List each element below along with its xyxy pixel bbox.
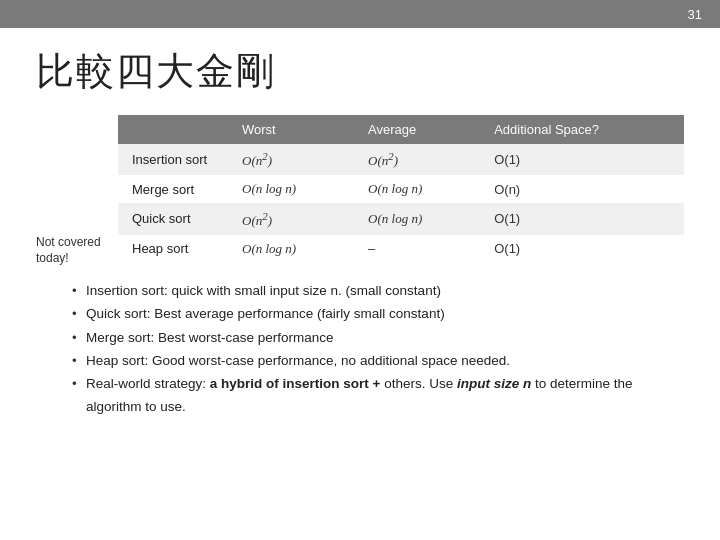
table-wrapper: Not covered today! Worst Average Additio… bbox=[36, 115, 684, 266]
list-item: Real-world strategy: a hybrid of inserti… bbox=[72, 373, 684, 418]
bullet-section: Insertion sort: quick with small input s… bbox=[36, 280, 684, 418]
list-item: Merge sort: Best worst-case performance bbox=[72, 327, 684, 349]
row-space-heap: O(1) bbox=[480, 235, 684, 263]
table-row: Insertion sort O(n2) O(n2) O(1) bbox=[118, 144, 684, 175]
list-item: Heap sort: Good worst-case performance, … bbox=[72, 350, 684, 372]
slide-title: 比較四大金剛 bbox=[36, 46, 684, 97]
list-item: Quick sort: Best average performance (fa… bbox=[72, 303, 684, 325]
slide-number: 31 bbox=[688, 7, 702, 22]
content-area: 比較四大金剛 Not covered today! Worst Average … bbox=[0, 28, 720, 429]
row-avg-merge: O(n log n) bbox=[354, 175, 480, 203]
row-name-quick: Quick sort bbox=[118, 203, 228, 234]
row-worst-heap: O(n log n) bbox=[228, 235, 354, 263]
col-header-space: Additional Space? bbox=[480, 115, 684, 144]
not-covered-label: Not covered today! bbox=[36, 115, 108, 266]
row-avg-insertion: O(n2) bbox=[354, 144, 480, 175]
col-header-worst: Worst bbox=[228, 115, 354, 144]
row-avg-heap: – bbox=[354, 235, 480, 263]
header-bar: 31 bbox=[0, 0, 720, 28]
table-row: Quick sort O(n2) O(n log n) O(1) bbox=[118, 203, 684, 234]
comparison-table: Worst Average Additional Space? Insertio… bbox=[118, 115, 684, 263]
list-item: Insertion sort: quick with small input s… bbox=[72, 280, 684, 302]
slide: 31 比較四大金剛 Not covered today! Worst Avera… bbox=[0, 0, 720, 540]
table-header-row: Worst Average Additional Space? bbox=[118, 115, 684, 144]
row-space-insertion: O(1) bbox=[480, 144, 684, 175]
col-header-name bbox=[118, 115, 228, 144]
col-header-average: Average bbox=[354, 115, 480, 144]
table-row: Heap sort O(n log n) – O(1) bbox=[118, 235, 684, 263]
row-name-merge: Merge sort bbox=[118, 175, 228, 203]
row-avg-quick: O(n log n) bbox=[354, 203, 480, 234]
row-space-merge: O(n) bbox=[480, 175, 684, 203]
row-space-quick: O(1) bbox=[480, 203, 684, 234]
bullet-list: Insertion sort: quick with small input s… bbox=[72, 280, 684, 418]
table-row: Merge sort O(n log n) O(n log n) O(n) bbox=[118, 175, 684, 203]
row-worst-merge: O(n log n) bbox=[228, 175, 354, 203]
row-worst-insertion: O(n2) bbox=[228, 144, 354, 175]
row-name-heap: Heap sort bbox=[118, 235, 228, 263]
row-worst-quick: O(n2) bbox=[228, 203, 354, 234]
row-name-insertion: Insertion sort bbox=[118, 144, 228, 175]
